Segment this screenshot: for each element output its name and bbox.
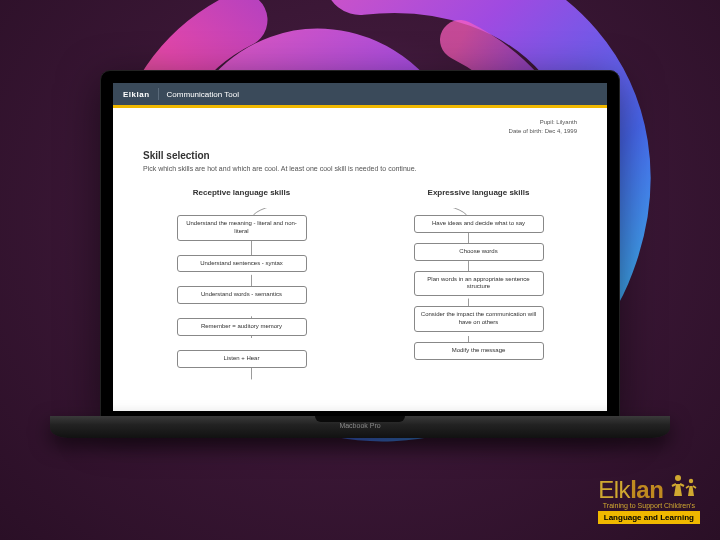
app-content: Pupil: Lilyanth Date of birth: Dec 4, 19… [113, 108, 607, 411]
pupil-label: Pupil: [540, 119, 555, 125]
receptive-column: Receptive language skills Understand the… [143, 188, 340, 382]
pupil-meta: Pupil: Lilyanth Date of birth: Dec 4, 19… [143, 118, 577, 136]
header-logo: Elklan [123, 90, 150, 99]
app-screen: Elklan Communication Tool Pupil: Lilyant… [113, 83, 607, 411]
app-header: Elklan Communication Tool [113, 83, 607, 105]
laptop-label: Macbook Pro [339, 422, 380, 429]
brand-tagline: Training to Support Children's [598, 502, 700, 509]
svg-point-8 [675, 475, 681, 481]
brand-bar: Language and Learning [598, 511, 700, 524]
header-tool-name: Communication Tool [167, 90, 239, 99]
skill-box[interactable]: Consider the impact the communication wi… [414, 306, 544, 332]
skill-box[interactable]: Listen + Hear [177, 350, 307, 368]
brand-name: Elklan [598, 474, 700, 504]
svg-point-9 [689, 479, 693, 483]
skill-box[interactable]: Have ideas and decide what to say [414, 215, 544, 233]
elklan-footer-logo: Elklan Training to Support Children's La… [598, 474, 700, 524]
laptop-mockup: Elklan Communication Tool Pupil: Lilyant… [50, 70, 670, 470]
skill-box[interactable]: Understand the meaning - literal and non… [177, 215, 307, 241]
skill-box[interactable]: Understand sentences - syntax [177, 255, 307, 273]
brand-pre: Elk [598, 476, 630, 503]
dob-label: Date of birth: [509, 128, 543, 134]
dob-value: Dec 4, 1999 [545, 128, 577, 134]
brand-bold: lan [630, 476, 663, 503]
skill-box[interactable]: Modify the message [414, 342, 544, 360]
skill-box[interactable]: Plan words in an appropriate sentence st… [414, 271, 544, 297]
skills-columns: Receptive language skills Understand the… [143, 188, 577, 382]
skill-box[interactable]: Remember = auditory memory [177, 318, 307, 336]
laptop-frame: Elklan Communication Tool Pupil: Lilyant… [100, 70, 620, 420]
page-title: Skill selection [143, 150, 577, 161]
header-divider [158, 88, 159, 100]
pupil-name: Lilyanth [556, 119, 577, 125]
skill-box[interactable]: Choose words [414, 243, 544, 261]
expressive-title: Expressive language skills [428, 188, 530, 197]
people-icon [671, 474, 699, 498]
expressive-column: Expressive language skills Have ideas an… [380, 188, 577, 382]
page-subtitle: Pick which skills are hot and which are … [143, 165, 577, 172]
skill-box[interactable]: Understand words - semantics [177, 286, 307, 304]
receptive-title: Receptive language skills [193, 188, 290, 197]
